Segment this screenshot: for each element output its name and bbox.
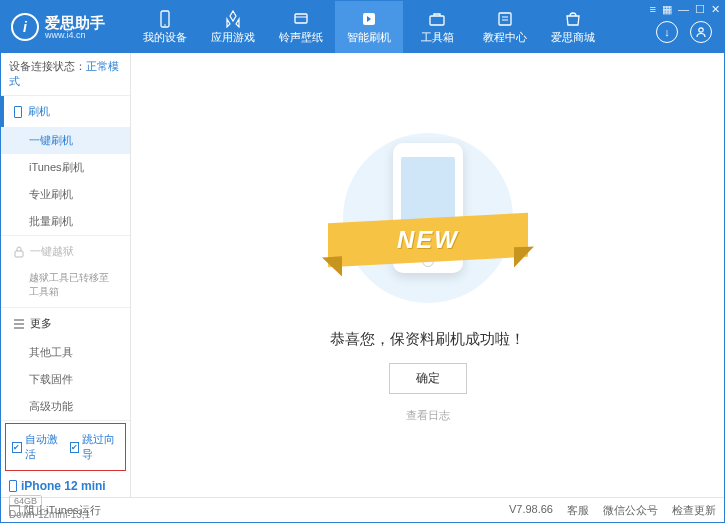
sidebar-item-more-1[interactable]: 下载固件 <box>1 366 130 393</box>
nav-label: 工具箱 <box>421 30 454 45</box>
auto-activate-checkbox[interactable]: ✔ 自动激活 <box>12 432 62 462</box>
nav-label: 铃声壁纸 <box>279 30 323 45</box>
svg-rect-4 <box>430 16 444 25</box>
skin-icon[interactable]: ▦ <box>662 3 672 16</box>
app-header: i 爱思助手 www.i4.cn 我的设备应用游戏铃声壁纸智能刷机工具箱教程中心… <box>1 1 724 53</box>
conn-label: 设备连接状态： <box>9 60 86 72</box>
app-name: 爱思助手 <box>45 15 105 30</box>
logo-icon: i <box>11 13 39 41</box>
skip-wizard-checkbox[interactable]: ✔ 跳过向导 <box>70 432 120 462</box>
nav-tab-tutorial[interactable]: 教程中心 <box>471 1 539 53</box>
sidebar-item-more-2[interactable]: 高级功能 <box>1 393 130 420</box>
nav-label: 应用游戏 <box>211 30 255 45</box>
store-icon <box>564 10 582 28</box>
ringtone-icon <box>292 10 310 28</box>
more-title: 更多 <box>30 316 52 331</box>
sidebar-category-more[interactable]: 更多 <box>1 308 130 339</box>
block-itunes-label: 阻止iTunes运行 <box>24 503 101 518</box>
nav-tab-flash[interactable]: 智能刷机 <box>335 1 403 53</box>
nav-label: 爱思商城 <box>551 30 595 45</box>
phone-icon <box>9 480 17 492</box>
nav-label: 我的设备 <box>143 30 187 45</box>
svg-rect-5 <box>499 13 511 25</box>
main-content: NEW 恭喜您，保资料刷机成功啦！ 确定 查看日志 <box>131 53 724 497</box>
sidebar-category-jailbreak[interactable]: 一键越狱 <box>1 236 130 267</box>
check-update-link[interactable]: 检查更新 <box>672 503 716 518</box>
success-illustration: NEW <box>338 128 518 308</box>
sidebar-item-more-0[interactable]: 其他工具 <box>1 339 130 366</box>
svg-point-6 <box>699 28 703 32</box>
maximize-button[interactable]: ☐ <box>695 3 705 16</box>
ok-button[interactable]: 确定 <box>389 363 467 394</box>
support-link[interactable]: 客服 <box>567 503 589 518</box>
user-button[interactable] <box>690 21 712 43</box>
skip-wizard-label: 跳过向导 <box>82 432 119 462</box>
device-name: iPhone 12 mini <box>21 479 106 493</box>
auto-activate-label: 自动激活 <box>25 432 62 462</box>
nav-tabs: 我的设备应用游戏铃声壁纸智能刷机工具箱教程中心爱思商城 <box>131 1 607 53</box>
phone-icon <box>156 10 174 28</box>
settings-menu-icon[interactable]: ≡ <box>650 3 656 16</box>
wechat-link[interactable]: 微信公众号 <box>603 503 658 518</box>
nav-label: 教程中心 <box>483 30 527 45</box>
ribbon-text: NEW <box>397 226 459 254</box>
svg-rect-2 <box>295 14 307 23</box>
apps-icon <box>224 10 242 28</box>
menu-icon <box>14 319 24 329</box>
minimize-button[interactable]: — <box>678 3 689 16</box>
phone-icon <box>14 106 22 118</box>
sidebar: 设备连接状态：正常模式 刷机 一键刷机iTunes刷机专业刷机批量刷机 一键越狱… <box>1 53 131 497</box>
checkbox-checked-icon: ✔ <box>12 442 22 453</box>
sidebar-item-flash-2[interactable]: 专业刷机 <box>1 181 130 208</box>
lock-icon <box>14 246 24 258</box>
options-checkboxes: ✔ 自动激活 ✔ 跳过向导 <box>5 423 126 471</box>
nav-tab-ringtone[interactable]: 铃声壁纸 <box>267 1 335 53</box>
nav-tab-phone[interactable]: 我的设备 <box>131 1 199 53</box>
view-log-link[interactable]: 查看日志 <box>406 408 450 423</box>
nav-label: 智能刷机 <box>347 30 391 45</box>
tutorial-icon <box>496 10 514 28</box>
checkbox-checked-icon: ✔ <box>70 442 80 453</box>
sidebar-category-flash[interactable]: 刷机 <box>1 96 130 127</box>
logo-area: i 爱思助手 www.i4.cn <box>1 13 131 41</box>
toolbox-icon <box>428 10 446 28</box>
nav-tab-apps[interactable]: 应用游戏 <box>199 1 267 53</box>
version-label: V7.98.66 <box>509 503 553 518</box>
svg-point-1 <box>164 24 166 26</box>
nav-tab-toolbox[interactable]: 工具箱 <box>403 1 471 53</box>
success-message: 恭喜您，保资料刷机成功啦！ <box>330 330 525 349</box>
block-itunes-checkbox[interactable] <box>9 505 20 516</box>
sidebar-item-flash-3[interactable]: 批量刷机 <box>1 208 130 235</box>
close-button[interactable]: ✕ <box>711 3 720 16</box>
window-controls: ≡ ▦ — ☐ ✕ <box>650 3 720 16</box>
flash-icon <box>360 10 378 28</box>
nav-tab-store[interactable]: 爱思商城 <box>539 1 607 53</box>
download-button[interactable]: ↓ <box>656 21 678 43</box>
app-url: www.i4.cn <box>45 30 105 40</box>
sidebar-item-flash-1[interactable]: iTunes刷机 <box>1 154 130 181</box>
user-icon <box>695 26 707 38</box>
sidebar-item-flash-0[interactable]: 一键刷机 <box>1 127 130 154</box>
jailbreak-title: 一键越狱 <box>30 244 74 259</box>
jailbreak-note: 越狱工具已转移至 工具箱 <box>1 267 130 307</box>
connection-status: 设备连接状态：正常模式 <box>1 53 130 96</box>
flash-title: 刷机 <box>28 104 50 119</box>
svg-rect-7 <box>15 251 23 257</box>
